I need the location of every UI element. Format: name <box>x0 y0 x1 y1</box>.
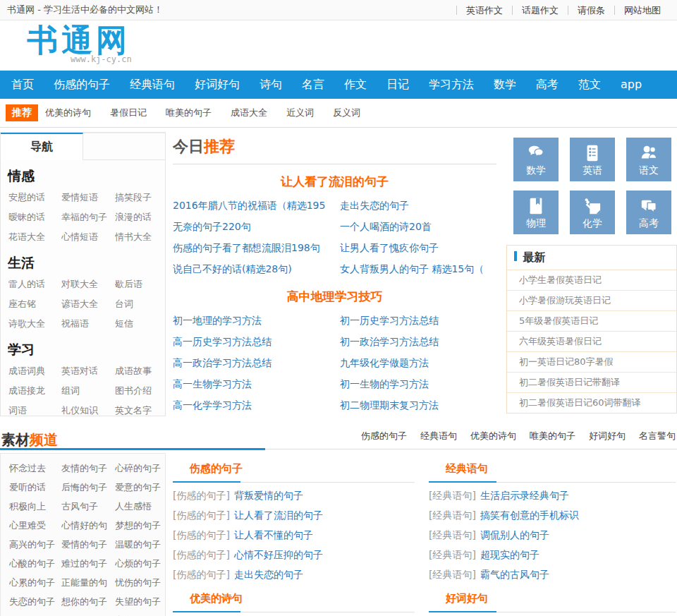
article-link[interactable]: 让人看不懂的句子 <box>234 529 313 540</box>
main-nav-item[interactable]: 好词好句 <box>185 71 250 99</box>
sidebar-link[interactable]: 礼仪知识 <box>61 401 115 421</box>
category-link[interactable]: 心情好的句 <box>61 516 115 535</box>
article-link[interactable]: 初一历史学习方法总结 <box>340 310 496 331</box>
category-link[interactable]: 失望的句子 <box>115 592 166 611</box>
main-nav-item[interactable]: 日记 <box>377 71 419 99</box>
main-nav-item[interactable]: 伤感的句子 <box>44 71 120 99</box>
sidebar-link[interactable]: 幸福的句子 <box>61 207 115 227</box>
article-link[interactable]: 背叛爱情的句子 <box>234 490 303 501</box>
topbar-link[interactable]: 英语作文 <box>456 6 512 15</box>
sidebar-link[interactable]: 诗歌大全 <box>8 314 61 334</box>
main-nav-item[interactable]: 经典语句 <box>120 71 185 99</box>
latest-item[interactable]: 六年级英语暑假日记 <box>507 331 676 351</box>
sidebar-link[interactable]: 词语 <box>8 401 61 421</box>
main-nav-item[interactable]: 首页 <box>1 71 44 99</box>
main-nav-item[interactable]: 学习方法 <box>419 71 484 99</box>
category-link[interactable]: 古风句子 <box>61 497 115 516</box>
article-link[interactable]: 超现实的句子 <box>480 549 539 560</box>
article-link[interactable]: 高一历史学习方法总结 <box>173 331 340 352</box>
site-logo[interactable]: 书通网 www.kj-cy.cn <box>27 20 132 64</box>
main-nav-item[interactable]: 范文 <box>568 71 611 99</box>
sidebar-link[interactable]: 安慰的话 <box>8 188 61 207</box>
sub-nav-link[interactable]: 反义词 <box>333 107 360 119</box>
channel-tab[interactable]: 伤感的句子 <box>361 430 407 442</box>
article-link[interactable]: 走出失恋的句子 <box>340 195 496 216</box>
sidebar-link[interactable]: 短信 <box>115 314 166 334</box>
sidebar-link[interactable]: 歇后语 <box>115 274 166 294</box>
main-nav-item[interactable]: 数学 <box>484 71 526 99</box>
sidebar-link[interactable]: 成语故事 <box>115 361 166 381</box>
column-title[interactable]: 好词好句 <box>446 592 488 605</box>
latest-item[interactable]: 小学暑假游玩英语日记 <box>507 290 676 310</box>
column-title[interactable]: 经典语句 <box>446 462 488 475</box>
sidebar-link[interactable]: 暧昧的话 <box>8 207 61 227</box>
main-nav-item[interactable]: 作文 <box>334 71 377 99</box>
article-link[interactable]: 无奈的句子220句 <box>173 216 340 237</box>
category-link[interactable]: 忧伤的句子 <box>115 573 166 592</box>
category-link[interactable]: 哲理的句子 <box>61 611 115 616</box>
sidebar-link[interactable]: 雷人的话 <box>8 274 61 294</box>
article-link[interactable]: 女人背叛男人的句子 精选15句（ <box>340 258 496 279</box>
category-link[interactable]: 想你的句子 <box>61 592 115 611</box>
tile-chemistry[interactable]: 化学 <box>570 191 615 234</box>
sub-nav-link[interactable]: 唯美的句子 <box>166 107 212 119</box>
tile-physics[interactable]: 物理 <box>513 191 559 234</box>
category-link[interactable]: 正能量的句 <box>61 573 115 592</box>
topbar-link[interactable]: 请假条 <box>568 6 614 15</box>
channel-tab[interactable]: 名言警句 <box>639 430 676 442</box>
category-link[interactable]: 爱听的话 <box>9 478 61 497</box>
sidebar-link[interactable]: 搞笑段子 <box>115 188 166 207</box>
sidebar-link[interactable]: 英文名字 <box>115 401 166 421</box>
article-link[interactable]: 让人看了流泪的句子 <box>234 509 323 521</box>
tile-english[interactable]: 英语 <box>570 138 615 181</box>
sidebar-link[interactable]: 祝福语 <box>61 314 115 334</box>
column-title[interactable]: 伤感的句子 <box>190 462 243 475</box>
article-link[interactable]: 初一生物的学习方法 <box>340 373 496 394</box>
article-link[interactable]: 生活启示录经典句子 <box>480 490 569 501</box>
category-link[interactable]: 心碎的句子 <box>115 459 166 478</box>
main-nav-item[interactable]: 名言 <box>292 71 334 99</box>
category-link[interactable]: 爱情的句子 <box>61 535 115 554</box>
category-link[interactable]: 心累的句子 <box>9 573 61 592</box>
category-link[interactable]: 怀念过去 <box>9 459 61 478</box>
latest-item[interactable]: 小学生暑假英语日记 <box>507 270 676 290</box>
sidebar-link[interactable]: 心情短语 <box>61 227 115 247</box>
article-link[interactable]: 九年级化学做题方法 <box>340 352 496 373</box>
tile-chinese[interactable]: 语文 <box>626 138 671 181</box>
article-link[interactable]: 高一化学学习方法 <box>173 394 340 416</box>
article-link[interactable]: 调侃别人的句子 <box>480 529 549 540</box>
article-link[interactable]: 让男人看了愧疚你句子 <box>340 237 496 258</box>
sub-nav-link[interactable]: 优美的诗句 <box>45 107 91 119</box>
latest-item[interactable]: 初一英语日记80字暑假 <box>507 351 676 372</box>
topbar-link[interactable]: 话题作文 <box>512 6 568 15</box>
recommend-badge[interactable]: 推荐 <box>6 104 38 121</box>
article-link[interactable]: 一个人喝酒的诗20首 <box>340 216 496 237</box>
sidebar-link[interactable]: 对联大全 <box>61 274 115 294</box>
category-link[interactable]: 高兴的句子 <box>9 535 61 554</box>
article-link[interactable]: 初一地理的学习方法 <box>173 310 340 331</box>
category-link[interactable]: 友情的句子 <box>61 459 115 478</box>
category-link[interactable]: 排比句 <box>9 611 61 616</box>
main-nav-item[interactable]: app <box>611 71 652 99</box>
tile-math[interactable]: 数学 <box>513 138 559 181</box>
article-link[interactable]: 伤感的句子看了都想流眼泪198句 <box>173 237 340 258</box>
topbar-link[interactable]: 网站地图 <box>614 6 670 15</box>
channel-tab[interactable]: 优美的诗句 <box>470 430 516 442</box>
article-link[interactable]: 搞笑有创意的手机标识 <box>480 509 579 521</box>
sidebar-link[interactable]: 英语对话 <box>61 361 115 381</box>
category-link[interactable]: 人生感悟 <box>115 497 166 516</box>
sidebar-link[interactable]: 浪漫的话 <box>115 207 166 227</box>
channel-tab[interactable]: 好词好句 <box>589 430 626 442</box>
article-link[interactable]: 霸气的古风句子 <box>480 569 549 580</box>
tile-gaokao[interactable]: 高考 <box>626 191 671 234</box>
category-link[interactable]: 温暖的句子 <box>115 535 166 554</box>
article-link[interactable]: 心情不好压抑的句子 <box>234 549 323 560</box>
article-link[interactable]: 2016年腊八节的祝福语（精选195 <box>173 195 340 216</box>
article-link[interactable]: 高一生物学习方法 <box>173 373 340 394</box>
main-nav-item[interactable]: 诗句 <box>250 71 292 99</box>
category-link[interactable]: 心寒的句子 <box>115 611 166 616</box>
sidebar-link[interactable]: 座右铭 <box>8 294 61 314</box>
article-link[interactable]: 初二物理期末复习方法 <box>340 394 496 416</box>
sub-nav-link[interactable]: 成语大全 <box>231 107 267 119</box>
category-link[interactable]: 心里难受 <box>9 516 61 535</box>
